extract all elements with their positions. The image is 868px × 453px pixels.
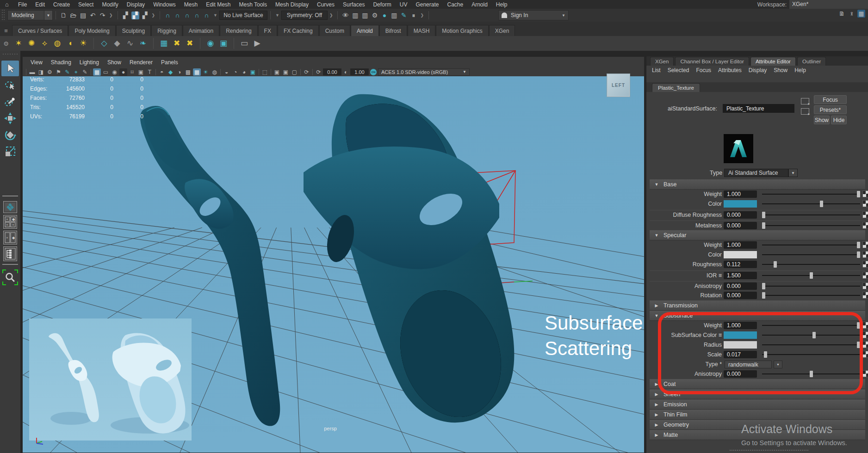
toolbar-grip[interactable] [1, 10, 6, 21]
menu-create[interactable]: Create [49, 1, 74, 8]
panel-tab-outliner[interactable]: Outliner [797, 57, 826, 66]
value-field[interactable]: 0.000 [724, 211, 757, 219]
ae-menu-display[interactable]: Display [749, 67, 767, 73]
shelf-button[interactable]: ☀ [78, 38, 89, 49]
material-swatch[interactable] [724, 134, 753, 163]
texture-map-button[interactable] [862, 200, 868, 207]
texture-map-button[interactable] [862, 241, 868, 248]
value-field[interactable]: 1.000 [724, 241, 757, 249]
menu-display[interactable]: Display [123, 1, 149, 8]
color-swatch[interactable] [724, 331, 757, 339]
brush-icon[interactable]: ✎ [81, 68, 89, 76]
shelf-button[interactable]: ▦ [158, 38, 169, 49]
texture-map-button[interactable] [862, 351, 868, 358]
shelf-tab-curves-surfaces[interactable]: Curves / Surfaces [12, 25, 68, 36]
viewport-menu-view[interactable]: View [27, 58, 46, 67]
ao-icon[interactable]: ◍ [211, 68, 218, 76]
refresh-icon[interactable]: ⟳ [303, 68, 310, 76]
shelf-button[interactable]: ❧ [137, 38, 149, 49]
shelf-tab-sculpting[interactable]: Sculpting [116, 25, 151, 36]
value-field[interactable]: 0.000 [724, 370, 757, 378]
menu-mesh-display[interactable]: Mesh Display [271, 1, 313, 8]
gate-mask-toggle[interactable]: ● [119, 68, 127, 76]
render-sphere-icon[interactable]: ● [380, 12, 388, 19]
four-pane-layout-button[interactable]: +◆++ [3, 215, 17, 229]
select-object-icon[interactable]: ▞ [131, 12, 139, 19]
slider[interactable] [762, 203, 860, 204]
lock-camera-icon[interactable]: ◨ [37, 68, 45, 76]
undo-icon[interactable]: ↶ [89, 12, 97, 19]
snap-plane-icon[interactable]: ∩ [193, 12, 201, 19]
workspace-field[interactable]: XGen* [789, 0, 868, 9]
type-dropdown[interactable]: Ai Standard Surface [724, 169, 788, 177]
snap-view-icon[interactable]: ∩ [203, 12, 211, 19]
shelf-tab-rendering[interactable]: Rendering [220, 25, 257, 36]
ae-menu-help[interactable]: Help [794, 67, 806, 73]
live-surface-field[interactable]: No Live Surface [219, 11, 267, 20]
shelf-button[interactable]: ✶ [13, 38, 24, 49]
two-pane-layout-button[interactable]: +◆ [3, 231, 17, 245]
xray-icon[interactable]: ◒ [223, 68, 230, 76]
texture-map-button[interactable] [862, 292, 868, 299]
save-scene-icon[interactable]: ▤ [79, 12, 87, 19]
swap-node-icon[interactable] [801, 98, 809, 104]
menu-generate[interactable]: Generate [411, 1, 443, 8]
menu-file[interactable]: File [14, 1, 31, 8]
menu-cache[interactable]: Cache [443, 1, 467, 8]
show-button[interactable]: Show [814, 116, 830, 124]
gamma-field[interactable]: 1.00 [350, 68, 369, 75]
select-magnet-icon[interactable]: ⌖ [72, 68, 80, 76]
select-tool[interactable] [1, 61, 19, 76]
color-swatch[interactable] [724, 251, 757, 258]
exposure-field[interactable]: 0.00 [323, 68, 341, 75]
shelf-gear-icon[interactable]: ⚙ [0, 40, 12, 47]
shelf-button[interactable]: ✖ [184, 38, 195, 49]
menu-edit-mesh[interactable]: Edit Mesh [202, 1, 235, 8]
texture-map-button[interactable] [862, 261, 868, 268]
hypershade-icon[interactable]: ▥ [390, 12, 398, 19]
menu-edit[interactable]: Edit [31, 1, 49, 8]
move-tool[interactable] [1, 110, 19, 126]
menu-select[interactable]: Select [74, 1, 98, 8]
value-field[interactable]: 0.000 [724, 282, 757, 290]
panel-tab-channel-box-layer-editor[interactable]: Channel Box / Layer Editor [675, 57, 749, 66]
snap-grid-icon[interactable]: ∩ [164, 12, 172, 19]
slider[interactable] [762, 194, 860, 195]
hide-button[interactable]: Hide [831, 116, 847, 124]
modeling-toolkit-icon[interactable]: 🗎 [838, 10, 846, 18]
dropdown[interactable]: randomwalk [725, 361, 772, 368]
slider[interactable] [762, 254, 860, 255]
panel-tab-xgen[interactable]: XGen [650, 57, 674, 66]
section-header-sheen[interactable]: ▶Sheen [650, 389, 865, 399]
shelf-tab-poly-modeling[interactable]: Poly Modeling [68, 25, 115, 36]
safe-title-toggle[interactable]: T [146, 68, 154, 76]
lighting-icon[interactable]: ☀ [202, 68, 210, 76]
slider[interactable] [762, 325, 860, 326]
camera-settings-icon[interactable]: ⚙ [46, 68, 54, 76]
viewport-menu-shading[interactable]: Shading [48, 58, 74, 67]
section-header-base[interactable]: ▼Base [650, 179, 865, 190]
use-all-lights-icon[interactable]: ▩ [184, 68, 192, 76]
presets-button[interactable]: Presets* [814, 105, 847, 114]
shelf-button[interactable]: ✖ [171, 38, 182, 49]
slider[interactable] [762, 286, 860, 287]
copy1-icon[interactable]: ▣ [273, 68, 281, 76]
maya-logo-icon[interactable]: ⌂ [0, 1, 14, 8]
menu-mesh[interactable]: Mesh [180, 1, 202, 8]
bookmark-icon[interactable]: ⚑ [55, 68, 62, 76]
paint-effects-icon[interactable]: ✎ [400, 12, 408, 19]
color-swatch[interactable] [724, 341, 757, 349]
slider[interactable] [762, 373, 860, 374]
shelf-button[interactable]: ◉ [205, 38, 216, 49]
shelf-tab-fx[interactable]: FX [258, 25, 277, 36]
workspace-layout-icon[interactable]: ▦ [857, 10, 865, 18]
shelf-menu-icon[interactable]: ≡ [0, 27, 12, 36]
menu-surfaces[interactable]: Surfaces [339, 1, 369, 8]
paint-select-tool[interactable] [1, 94, 19, 110]
texture-map-button[interactable] [862, 322, 868, 329]
camera-icon[interactable]: ▬ [28, 68, 36, 76]
value-field[interactable]: 0.017 [724, 351, 757, 358]
slider[interactable] [762, 214, 860, 215]
focus-button[interactable]: Focus [814, 95, 847, 104]
value-field[interactable]: 0.000 [724, 222, 757, 229]
